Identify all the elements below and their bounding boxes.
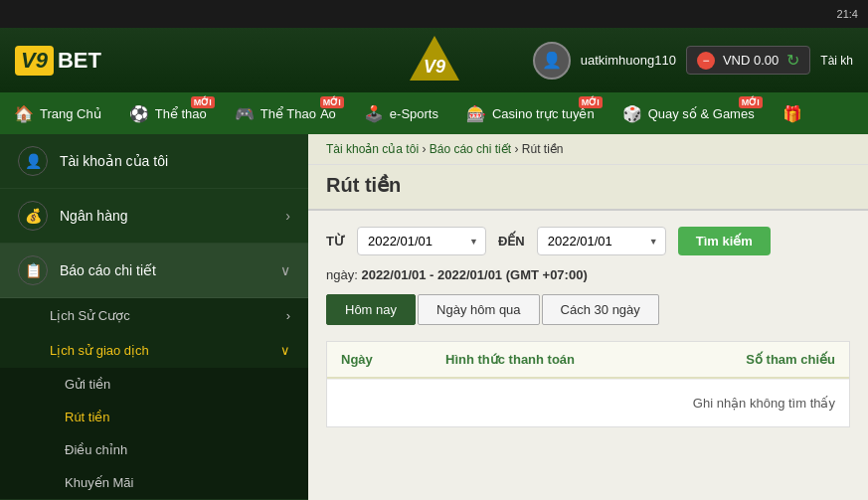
avatar: 👤 — [533, 42, 571, 80]
search-button[interactable]: Tìm kiếm — [678, 227, 771, 255]
date-range-text: ngày: — [326, 267, 361, 282]
breadcrumb: Tài khoản của tôi › Báo cáo chi tiết › R… — [308, 134, 868, 165]
sidebar-item-tai-khoan[interactable]: 👤 Tài khoản của tôi — [0, 134, 308, 189]
to-date-select[interactable]: 2022/01/01 — [537, 227, 666, 255]
table-empty-message: Ghi nhận không tìm thấy — [327, 379, 849, 426]
content-header: Rút tiền — [308, 165, 868, 211]
nav-label-quay-so: Quay số & Games — [648, 106, 755, 121]
svg-text:V9: V9 — [423, 57, 444, 77]
nav-item-trang-chu[interactable]: 🏠 Trang Chủ — [0, 92, 115, 134]
sidebar-label-ngan-hang: Ngân hàng — [60, 208, 128, 224]
sidebar-inner-dieu-chinh[interactable]: Điều chỉnh — [0, 433, 308, 466]
user-icon: 👤 — [18, 146, 48, 176]
main-content: Tài khoản của tôi › Báo cáo chi tiết › R… — [308, 134, 868, 500]
main-nav: 🏠 Trang Chủ ⚽ Thể thao MỚI 🎮 Thể Thao Ảo… — [0, 92, 868, 134]
nav-item-more[interactable]: 🎁 — [769, 92, 816, 134]
games-icon: 🎲 — [622, 104, 642, 123]
rut-tien-label: Rút tiền — [65, 410, 110, 424]
from-date-wrapper: 2022/01/01 — [357, 227, 486, 255]
quick-buttons: Hôm nay Ngày hôm qua Cách 30 ngày — [326, 294, 850, 325]
sidebar-inner-rut-tien[interactable]: Rút tiền — [0, 401, 308, 433]
from-label: TỪ — [326, 234, 345, 249]
chevron-down-icon-lsgd: ∨ — [280, 343, 290, 358]
chevron-down-icon: ∨ — [280, 262, 290, 278]
top-bar: 21:4 — [0, 0, 868, 28]
nav-item-casino[interactable]: 🎰 Casino trực tuyến MỚI — [452, 92, 608, 134]
sidebar-label-tai-khoan: Tài khoản của tôi — [60, 153, 168, 169]
header: V9 BET V9 👤 uatkimhuong110 − VND 0.00 ↻ … — [0, 28, 868, 92]
header-right: 👤 uatkimhuong110 − VND 0.00 ↻ Tài kh — [533, 42, 853, 80]
logo-v9: V9 — [15, 46, 54, 76]
new-badge-ao: MỚI — [320, 96, 344, 108]
casino-icon: 🎰 — [466, 104, 486, 123]
th-hinh-thuc: Hình thức thanh toán — [432, 342, 640, 377]
filter-row: TỪ 2022/01/01 ĐẾN 2022/01/01 Tìm kiếm — [326, 227, 850, 255]
lich-su-gd-label: Lịch sử giao dịch — [50, 343, 149, 358]
nav-label-trang-chu: Trang Chủ — [40, 106, 101, 121]
nav-item-the-thao-ao[interactable]: 🎮 Thể Thao Ảo MỚI — [221, 92, 350, 134]
sidebar-item-bao-cao[interactable]: 📋 Báo cáo chi tiết ∨ — [0, 244, 308, 298]
sidebar-sub-inner: Gửi tiền Rút tiền Điều chỉnh Khuyến Mãi — [0, 368, 308, 499]
minus-button[interactable]: − — [697, 52, 715, 70]
sidebar-inner-khuyen-mai[interactable]: Khuyến Mãi — [0, 466, 308, 499]
new-badge-quay-so: MỚI — [739, 96, 763, 108]
gui-tien-label: Gửi tiền — [65, 377, 110, 392]
to-date-wrapper: 2022/01/01 — [537, 227, 666, 255]
content-body: TỪ 2022/01/01 ĐẾN 2022/01/01 Tìm kiếm ng… — [308, 211, 868, 443]
table-header: Ngày Hình thức thanh toán Số tham chiếu — [327, 342, 849, 379]
center-logo-icon: V9 — [405, 31, 464, 90]
page-title: Rút tiền — [326, 173, 850, 197]
logo[interactable]: V9 BET — [15, 46, 101, 76]
sports-icon: ⚽ — [129, 104, 149, 123]
sidebar-label-bao-cao: Báo cáo chi tiết — [60, 262, 156, 278]
quick-btn-hom-nay[interactable]: Hôm nay — [326, 294, 416, 325]
balance-box: − VND 0.00 ↻ — [686, 46, 810, 75]
to-label: ĐẾN — [498, 234, 525, 249]
new-badge-the-thao: MỚI — [191, 96, 215, 108]
table-empty-row: Ghi nhận không tìm thấy — [327, 379, 849, 426]
esports-icon: 🕹️ — [364, 104, 384, 123]
date-range-info: ngày: 2022/01/01 - 2022/01/01 (GMT +07:0… — [326, 267, 850, 282]
breadcrumb-rut-tien: Rút tiền — [522, 142, 564, 156]
th-so-tham-chieu: Số tham chiếu — [640, 342, 849, 377]
chevron-right-icon: › — [285, 208, 290, 224]
sidebar-inner-gui-tien[interactable]: Gửi tiền — [0, 368, 308, 401]
refresh-icon[interactable]: ↻ — [786, 51, 799, 70]
date-range-value: 2022/01/01 - 2022/01/01 (GMT +07:00) — [361, 267, 587, 282]
report-icon: 📋 — [18, 255, 48, 285]
tai-kh-label: Tài kh — [820, 54, 853, 68]
sidebar-item-ngan-hang[interactable]: 💰 Ngân hàng › — [0, 189, 308, 244]
results-table: Ngày Hình thức thanh toán Số tham chiếu … — [326, 341, 850, 427]
logo-center: V9 — [405, 31, 464, 90]
logo-bet: BET — [58, 48, 101, 74]
th-ngay: Ngày — [327, 342, 432, 377]
bank-icon: 💰 — [18, 201, 48, 231]
khuyen-mai-label: Khuyến Mãi — [65, 475, 133, 490]
sidebar-sub-item-lich-su-gd[interactable]: Lịch sử giao dịch ∨ — [0, 333, 308, 368]
virtual-sports-icon: 🎮 — [235, 104, 255, 123]
breadcrumb-bao-cao[interactable]: Báo cáo chi tiết — [430, 142, 511, 156]
nav-item-the-thao[interactable]: ⚽ Thể thao MỚI — [115, 92, 221, 134]
sidebar-sub-item-lich-su-cuoc[interactable]: Lịch Sử Cược › — [0, 298, 308, 333]
home-icon: 🏠 — [14, 104, 34, 123]
quick-btn-hom-qua[interactable]: Ngày hôm qua — [418, 294, 540, 325]
balance-amount: VND 0.00 — [723, 53, 779, 68]
nav-label-esports: e-Sports — [390, 106, 438, 121]
dieu-chinh-label: Điều chỉnh — [65, 442, 127, 457]
quick-btn-30-ngay[interactable]: Cách 30 ngày — [542, 294, 659, 325]
time-display: 21:4 — [837, 8, 858, 20]
nav-label-casino: Casino trực tuyến — [492, 106, 595, 121]
from-date-select[interactable]: 2022/01/01 — [357, 227, 486, 255]
nav-item-quay-so[interactable]: 🎲 Quay số & Games MỚI — [608, 92, 769, 134]
username-label: uatkimhuong110 — [581, 53, 676, 68]
sidebar: 👤 Tài khoản của tôi 💰 Ngân hàng › 📋 Báo … — [0, 134, 308, 500]
breadcrumb-tai-khoan[interactable]: Tài khoản của tôi — [326, 142, 419, 156]
lich-su-cuoc-label: Lịch Sử Cược — [50, 308, 130, 323]
more-icon: 🎁 — [782, 104, 802, 123]
new-badge-casino: MỚI — [579, 96, 603, 108]
chevron-right-icon-lsc: › — [286, 308, 290, 323]
sidebar-sub-bao-cao: Lịch Sử Cược › Lịch sử giao dịch ∨ Gửi t… — [0, 298, 308, 499]
nav-item-esports[interactable]: 🕹️ e-Sports — [350, 92, 452, 134]
main-layout: 👤 Tài khoản của tôi 💰 Ngân hàng › 📋 Báo … — [0, 134, 868, 500]
